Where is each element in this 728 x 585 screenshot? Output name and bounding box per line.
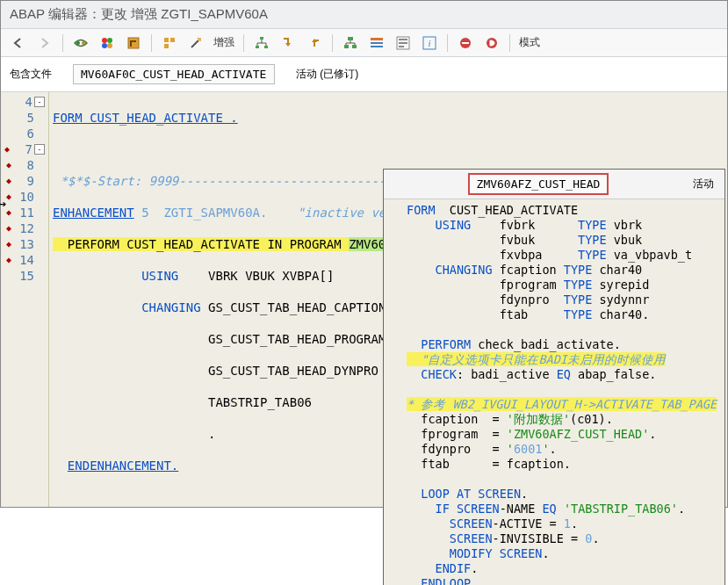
enhance-button[interactable]: 增强 xyxy=(213,34,234,52)
popup-code[interactable]: FORM CUST_HEAD_ACTIVATE USING fvbrk TYPE… xyxy=(384,199,724,508)
wand-icon[interactable] xyxy=(187,34,205,52)
svg-point-3 xyxy=(107,38,112,43)
svg-rect-18 xyxy=(371,46,383,47)
popup-editor: ZMV60AFZ_CUST_HEAD 活动 FORM CUST_HEAD_ACT… xyxy=(383,169,725,508)
svg-point-5 xyxy=(107,43,112,48)
svg-rect-17 xyxy=(371,42,383,44)
svg-point-4 xyxy=(102,43,107,48)
popup-header: ZMV60AFZ_CUST_HEAD 活动 xyxy=(384,170,724,199)
list-icon[interactable] xyxy=(368,34,386,52)
popup-include-field[interactable]: ZMV60AFZ_CUST_HEAD xyxy=(468,173,609,195)
include-status: 活动 (已修订) xyxy=(296,67,358,82)
where-used-icon[interactable] xyxy=(161,34,178,52)
display-icon[interactable] xyxy=(72,34,90,52)
step-out-icon[interactable] xyxy=(306,34,323,52)
svg-point-0 xyxy=(76,41,80,45)
hierarchy-icon[interactable] xyxy=(253,34,270,52)
svg-text:i: i xyxy=(428,38,430,48)
separator xyxy=(243,34,244,52)
svg-rect-16 xyxy=(371,38,383,40)
separator xyxy=(151,34,152,52)
toolbar: 增强 i 模式 xyxy=(1,29,727,57)
current-line-icon: ➔ xyxy=(0,196,6,212)
include-label: 包含文件 xyxy=(10,67,52,82)
svg-point-2 xyxy=(102,38,107,43)
svg-point-1 xyxy=(82,41,85,45)
separator xyxy=(447,34,448,52)
svg-rect-9 xyxy=(164,44,169,48)
popup-status: 活动 xyxy=(693,177,714,191)
svg-rect-14 xyxy=(344,45,349,48)
svg-rect-7 xyxy=(164,38,169,42)
svg-rect-8 xyxy=(170,38,175,42)
svg-rect-6 xyxy=(128,38,139,48)
include-bar: 包含文件 MV60AF0C_CUST_HEAD_ACTIVATE 活动 (已修订… xyxy=(1,57,727,92)
svg-rect-26 xyxy=(462,42,469,44)
back-icon[interactable] xyxy=(10,34,27,52)
svg-rect-11 xyxy=(256,46,259,48)
step-in-icon[interactable] xyxy=(279,34,297,52)
activate-icon[interactable] xyxy=(98,34,116,52)
svg-rect-10 xyxy=(260,37,263,40)
separator xyxy=(509,34,510,52)
breakpoint-icon[interactable] xyxy=(457,34,474,52)
svg-rect-21 xyxy=(399,42,407,44)
tree-icon[interactable] xyxy=(342,34,359,52)
info-icon[interactable]: i xyxy=(421,34,438,52)
pattern-button[interactable]: 模式 xyxy=(519,34,540,52)
breakpoint-ext-icon[interactable] xyxy=(483,34,501,52)
forward-icon[interactable] xyxy=(36,34,54,52)
svg-rect-20 xyxy=(399,39,407,40)
svg-rect-15 xyxy=(352,45,357,48)
check-icon[interactable] xyxy=(125,34,142,52)
window-title: ABAP 编辑器：更改 增强 ZGTI_SAPMV60A xyxy=(1,1,727,29)
separator xyxy=(332,34,333,52)
gutter: 4- 5 6 ◆7- ◆8 ◆9 ◆10 ◆11 ◆12 ◆13 ◆14 15 xyxy=(1,92,49,507)
separator xyxy=(62,34,63,52)
svg-rect-22 xyxy=(399,46,404,47)
svg-rect-12 xyxy=(264,46,268,48)
include-field[interactable]: MV60AF0C_CUST_HEAD_ACTIVATE xyxy=(73,64,275,84)
svg-rect-13 xyxy=(348,37,353,40)
screen-icon[interactable] xyxy=(394,34,412,52)
